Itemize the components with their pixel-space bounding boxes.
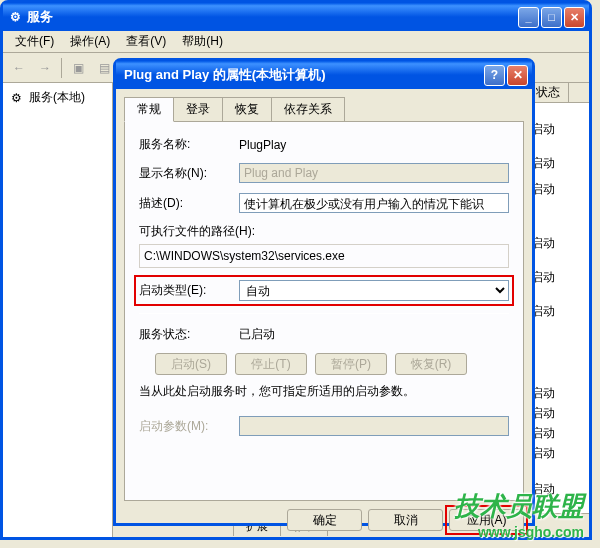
select-startup-type[interactable]: 自动 — [239, 280, 509, 301]
close-button[interactable]: ✕ — [564, 7, 585, 28]
start-button: 启动(S) — [155, 353, 227, 375]
maximize-button[interactable]: □ — [541, 7, 562, 28]
input-display-name[interactable] — [239, 163, 509, 183]
menu-action[interactable]: 操作(A) — [62, 31, 118, 52]
label-service-name: 服务名称: — [139, 136, 239, 153]
menu-help[interactable]: 帮助(H) — [174, 31, 231, 52]
dialog-tabs: 常规 登录 恢复 依存关系 — [124, 97, 524, 122]
tab-content: 服务名称: PlugPlay 显示名称(N): 描述(D): 使计算机在极少或没… — [124, 121, 524, 501]
tab-recovery[interactable]: 恢复 — [222, 97, 272, 122]
tab-dependencies[interactable]: 依存关系 — [271, 97, 345, 122]
value-service-status: 已启动 — [239, 326, 509, 343]
highlight-apply: 应用(A) — [445, 505, 528, 535]
textarea-description[interactable]: 使计算机在极少或没有用户输入的情况下能识 — [239, 193, 509, 213]
label-display-name: 显示名称(N): — [139, 165, 239, 182]
help-button[interactable]: ? — [484, 65, 505, 86]
app-icon: ⚙ — [7, 9, 23, 25]
properties-dialog: Plug and Play 的属性(本地计算机) ? ✕ 常规 登录 恢复 依存… — [113, 58, 535, 526]
label-description: 描述(D): — [139, 195, 239, 212]
value-service-name: PlugPlay — [239, 138, 509, 152]
services-icon: ⚙ — [11, 91, 25, 105]
toolbar-icon[interactable]: ▣ — [66, 56, 90, 80]
dialog-title: Plug and Play 的属性(本地计算机) — [120, 66, 484, 84]
label-executable-path: 可执行文件的路径(H): — [139, 223, 509, 240]
tab-logon[interactable]: 登录 — [173, 97, 223, 122]
highlight-startup-type: 启动类型(E): 自动 — [134, 275, 514, 306]
help-text: 当从此处启动服务时，您可指定所适用的启动参数。 — [139, 383, 509, 400]
dialog-titlebar[interactable]: Plug and Play 的属性(本地计算机) ? ✕ — [116, 61, 532, 89]
stop-button: 停止(T) — [235, 353, 307, 375]
main-titlebar[interactable]: ⚙ 服务 _ □ ✕ — [3, 3, 589, 31]
tab-general[interactable]: 常规 — [124, 97, 174, 122]
dialog-close-button[interactable]: ✕ — [507, 65, 528, 86]
menu-view[interactable]: 查看(V) — [118, 31, 174, 52]
tree-pane: ⚙ 服务(本地) — [3, 83, 113, 537]
value-executable-path: C:\WINDOWS\system32\services.exe — [139, 244, 509, 268]
label-startup-params: 启动参数(M): — [139, 418, 239, 435]
forward-button[interactable]: → — [33, 56, 57, 80]
label-service-status: 服务状态: — [139, 326, 239, 343]
input-startup-params — [239, 416, 509, 436]
label-startup-type: 启动类型(E): — [139, 282, 239, 299]
dialog-footer: 确定 取消 应用(A) — [116, 509, 532, 539]
tree-root-label: 服务(本地) — [29, 89, 85, 106]
back-button[interactable]: ← — [7, 56, 31, 80]
pause-button: 暂停(P) — [315, 353, 387, 375]
ok-button[interactable]: 确定 — [287, 509, 362, 531]
menubar: 文件(F) 操作(A) 查看(V) 帮助(H) — [3, 31, 589, 53]
resume-button: 恢复(R) — [395, 353, 467, 375]
window-title: 服务 — [27, 8, 518, 26]
tree-root[interactable]: ⚙ 服务(本地) — [7, 87, 108, 108]
minimize-button[interactable]: _ — [518, 7, 539, 28]
cancel-button[interactable]: 取消 — [368, 509, 443, 531]
apply-button[interactable]: 应用(A) — [449, 509, 524, 531]
menu-file[interactable]: 文件(F) — [7, 31, 62, 52]
